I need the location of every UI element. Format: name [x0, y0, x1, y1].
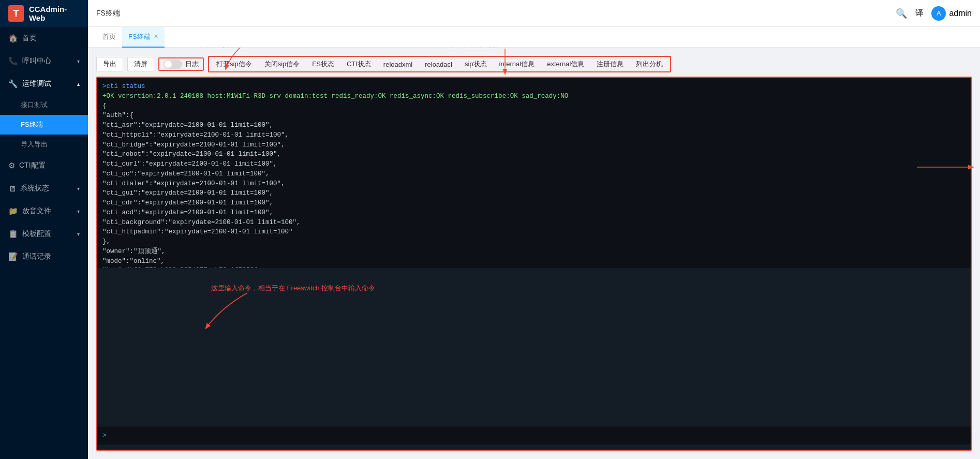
- log-toggle-group: 日志: [158, 57, 204, 71]
- close-sip-button[interactable]: 关闭sip信令: [259, 58, 305, 70]
- content-area: 开启日志的开关 对应命令的快捷按钮 导出 清屏 日志: [88, 48, 980, 459]
- sidebar-item-call-center-label: 呼叫中心: [22, 56, 51, 66]
- fs-status-button[interactable]: FS状态: [307, 58, 339, 70]
- sidebar-item-home-label: 首页: [22, 34, 37, 43]
- chevron-down-icon: ▾: [77, 58, 80, 64]
- export-button[interactable]: 导出: [96, 57, 123, 71]
- sidebar-item-template-config-label: 模板配置: [22, 229, 51, 239]
- sidebar-item-system-status[interactable]: 🖥 系统状态 ▾: [0, 177, 88, 200]
- sidebar-item-fs-terminal-label: FS终端: [21, 120, 43, 129]
- monitor-icon: 🖥: [8, 184, 16, 193]
- sidebar-item-interface-test-label: 接口测试: [21, 100, 48, 110]
- sidebar-item-template-config[interactable]: 📋 模板配置 ▾: [0, 223, 88, 245]
- sidebar-item-ops-debug-label: 运维调试: [22, 79, 51, 88]
- tabs-bar: 首页 FS终端 ✕: [88, 27, 980, 48]
- records-icon: 📝: [8, 252, 18, 261]
- sidebar-item-cti-config[interactable]: ⚙ CTI配置: [0, 154, 88, 177]
- sidebar-item-home[interactable]: 🏠 首页: [0, 27, 88, 50]
- tab-fs-terminal-label: FS终端: [128, 32, 151, 41]
- phone-icon: 📞: [8, 56, 18, 66]
- terminal-input[interactable]: [110, 432, 966, 439]
- sidebar-item-interface-test[interactable]: 接口测试: [0, 95, 88, 115]
- cti-status-button[interactable]: CTI状态: [341, 58, 376, 70]
- top-header: FS终端 🔍 译 A admin: [88, 0, 980, 27]
- clear-button[interactable]: 清屏: [127, 57, 154, 71]
- search-icon[interactable]: 🔍: [896, 8, 907, 19]
- logo-icon: T: [8, 5, 24, 22]
- chevron-up-icon: ▴: [77, 81, 80, 87]
- arrow-input-hint: [201, 292, 263, 333]
- quick-buttons-group: 打开sip信令 关闭sip信令 FS状态 CTI状态 reloadxml rel…: [208, 56, 671, 72]
- main-area: FS终端 🔍 译 A admin 首页 FS终端 ✕ 开启日志的开关: [88, 0, 980, 459]
- annotation-input-hint: 这里输入命令，相当于在 Freeswitch 控制台中输入命令: [211, 284, 375, 293]
- sidebar-item-system-status-label: 系统状态: [20, 184, 49, 193]
- tab-fs-terminal[interactable]: FS终端 ✕: [122, 27, 165, 48]
- app-logo: T CCAdmin-Web: [0, 0, 88, 27]
- reloadxml-button[interactable]: reloadxml: [378, 59, 418, 70]
- settings-icon: ⚙: [8, 161, 15, 170]
- header-right: 🔍 译 A admin: [896, 6, 972, 21]
- template-icon: 📋: [8, 229, 18, 239]
- log-toggle-label: 日志: [185, 60, 199, 69]
- internal-info-button[interactable]: internal信息: [494, 58, 540, 70]
- sidebar-nav: 🏠 首页 📞 呼叫中心 ▾ 🔧 运维调试 ▴ 接口测试 FS终端 导入导出 ⚙ …: [0, 27, 88, 459]
- external-info-button[interactable]: external信息: [542, 58, 589, 70]
- sidebar-item-audio-files-label: 放音文件: [22, 206, 51, 216]
- open-sip-button[interactable]: 打开sip信令: [211, 58, 257, 70]
- list-ext-button[interactable]: 列出分机: [631, 58, 668, 70]
- logo-text: CCAdmin-Web: [29, 5, 80, 22]
- admin-name: admin: [949, 9, 972, 18]
- terminal-input-row: >: [97, 426, 971, 445]
- sidebar-item-call-records-label: 通话记录: [22, 252, 51, 261]
- terminal-container: >cti status +OK versrtion:2.0.1 240108 h…: [96, 77, 972, 451]
- sidebar-item-call-records[interactable]: 📝 通话记录: [0, 245, 88, 268]
- tab-home[interactable]: 首页: [96, 27, 122, 48]
- terminal-prompt: >: [102, 432, 107, 439]
- reloadacl-button[interactable]: reloadacl: [420, 59, 457, 70]
- sidebar-item-import-export[interactable]: 导入导出: [0, 135, 88, 154]
- log-toggle-switch[interactable]: [164, 60, 182, 69]
- avatar: A: [931, 6, 946, 21]
- sidebar-item-audio-files[interactable]: 📁 放音文件 ▾: [0, 200, 88, 223]
- translate-icon[interactable]: 译: [915, 8, 923, 18]
- annotation-log-toggle: 开启日志的开关: [200, 48, 247, 50]
- home-icon: 🏠: [8, 34, 18, 43]
- page-title: FS终端: [96, 9, 120, 18]
- sidebar-item-fs-terminal[interactable]: FS终端: [0, 115, 88, 135]
- sidebar: T CCAdmin-Web 🏠 首页 📞 呼叫中心 ▾ 🔧 运维调试 ▴ 接口测…: [0, 0, 88, 459]
- annotation-quick-btns: 对应命令的快捷按钮: [448, 48, 509, 50]
- chevron-down-icon-3: ▾: [77, 209, 80, 214]
- tab-home-label: 首页: [102, 32, 116, 41]
- sidebar-item-cti-config-label: CTI配置: [19, 161, 46, 170]
- sidebar-item-ops-debug[interactable]: 🔧 运维调试 ▴: [0, 72, 88, 95]
- folder-icon: 📁: [8, 206, 18, 216]
- sidebar-item-call-center[interactable]: 📞 呼叫中心 ▾: [0, 50, 88, 72]
- chevron-down-icon-2: ▾: [77, 186, 80, 191]
- terminal-output[interactable]: >cti status +OK versrtion:2.0.1 240108 h…: [97, 78, 971, 268]
- sip-status-button[interactable]: sip状态: [459, 58, 492, 70]
- admin-info[interactable]: A admin: [931, 6, 972, 21]
- tab-close-icon[interactable]: ✕: [154, 33, 158, 40]
- sidebar-item-import-export-label: 导入导出: [21, 140, 48, 149]
- chevron-down-icon-4: ▾: [77, 231, 80, 237]
- toolbar-row: 导出 清屏 日志 打开sip信令 关闭sip信令 FS状态 CTI状态 relo…: [96, 56, 972, 72]
- reg-info-button[interactable]: 注册信息: [591, 58, 629, 70]
- wrench-icon: 🔧: [8, 79, 18, 88]
